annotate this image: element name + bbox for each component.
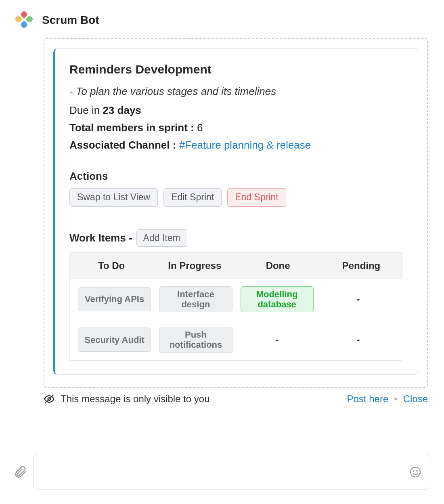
svg-point-4 — [417, 471, 417, 471]
end-sprint-button[interactable]: End Sprint — [227, 188, 286, 207]
work-item-chip[interactable]: Push notifications — [159, 327, 232, 353]
board-header: To Do In Progress Done Pending — [70, 253, 403, 279]
sprint-members-value: 6 — [197, 122, 203, 134]
sprint-goal-text: To plan the various stages and its timel… — [76, 85, 276, 97]
actions-heading: Actions — [69, 170, 403, 183]
col-in-progress: In Progress — [153, 253, 236, 279]
compose-row — [13, 455, 431, 489]
col-pending: Pending — [320, 253, 403, 279]
visibility-icon — [44, 393, 55, 405]
empty-cell: - — [356, 334, 360, 345]
table-row: Verifying APIs Interface design Modellin… — [70, 279, 403, 320]
compose-input[interactable] — [33, 455, 431, 489]
table-row: Security Audit Push notifications - - — [70, 319, 403, 360]
work-item-chip[interactable]: Interface design — [159, 286, 232, 313]
attachment-icon[interactable] — [13, 465, 27, 479]
work-item-chip[interactable]: Security Audit — [78, 328, 151, 352]
sprint-channel: Associated Channel : #Feature planning &… — [69, 139, 403, 151]
sprint-title: Reminders Development — [69, 63, 403, 76]
app-logo-icon — [16, 11, 34, 29]
sprint-due-value: 23 days — [103, 104, 141, 116]
col-done: Done — [237, 253, 320, 279]
swap-to-list-view-button[interactable]: Swap to List View — [69, 188, 158, 207]
empty-cell: - — [356, 294, 360, 305]
work-item-chip-done[interactable]: Modelling database — [241, 286, 314, 313]
col-todo: To Do — [70, 253, 153, 279]
visibility-text: This message is only visible to you — [61, 393, 210, 405]
sprint-channel-label: Associated Channel : — [69, 139, 179, 151]
edit-sprint-button[interactable]: Edit Sprint — [163, 188, 222, 207]
ephemeral-footer: This message is only visible to you Post… — [44, 393, 428, 405]
svg-point-2 — [410, 467, 420, 477]
work-items-heading-row: Work Items - Add Item — [69, 229, 403, 247]
sprint-card: Reminders Development - To plan the vari… — [53, 48, 418, 375]
sprint-goal: - To plan the various stages and its tim… — [69, 85, 403, 98]
sprint-due: Due in 23 days — [69, 104, 403, 117]
emoji-icon[interactable] — [409, 466, 422, 479]
work-item-chip[interactable]: Verifying APIs — [78, 287, 151, 311]
work-items-heading: Work Items - — [69, 232, 132, 244]
post-here-link[interactable]: Post here — [347, 393, 389, 405]
svg-point-3 — [413, 471, 414, 471]
app-name: Scrum Bot — [42, 14, 99, 27]
sprint-due-prefix: Due in — [69, 104, 103, 116]
message-attachment-container: Reminders Development - To plan the vari… — [44, 38, 428, 388]
sprint-members: Total members in sprint : 6 — [69, 122, 403, 134]
separator-dot: • — [394, 393, 397, 405]
actions-row: Swap to List View Edit Sprint End Sprint — [69, 188, 403, 207]
sprint-members-label: Total members in sprint : — [69, 122, 197, 134]
work-items-board: To Do In Progress Done Pending Verifying… — [69, 252, 403, 361]
close-link[interactable]: Close — [403, 393, 428, 405]
empty-cell: - — [275, 334, 279, 345]
add-item-button[interactable]: Add Item — [136, 229, 187, 247]
message-header: Scrum Bot — [0, 0, 444, 32]
sprint-channel-link[interactable]: #Feature planning & release — [179, 139, 311, 151]
